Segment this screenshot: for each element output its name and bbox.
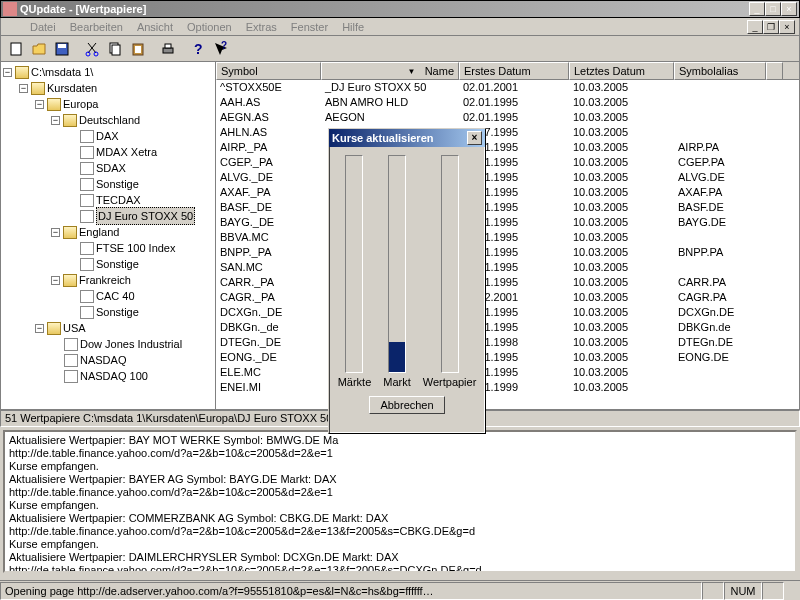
table-row[interactable]: BASF._DE02.01.199510.03.2005BASF.DE: [216, 200, 799, 215]
dialog-close-button[interactable]: ×: [467, 131, 482, 145]
cancel-button[interactable]: Abbrechen: [369, 396, 444, 414]
table-row[interactable]: AAH.ASABN AMRO HLD02.01.199510.03.2005: [216, 95, 799, 110]
status-pane-1: [702, 582, 724, 600]
expand-icon[interactable]: −: [51, 228, 60, 237]
menu-fenster[interactable]: Fenster: [284, 20, 335, 34]
expand-icon[interactable]: −: [51, 116, 60, 125]
dialog-titlebar[interactable]: Kurse aktualisieren ×: [329, 129, 485, 147]
tree-node[interactable]: TECDAX: [3, 192, 213, 208]
close-button[interactable]: ×: [781, 2, 797, 16]
column-header[interactable]: Erstes Datum: [459, 62, 569, 80]
maximize-button[interactable]: □: [765, 2, 781, 16]
expand-icon[interactable]: −: [19, 84, 28, 93]
grid-panel[interactable]: Symbol▼ NameErstes DatumLetztes DatumSym…: [216, 62, 799, 409]
menu-hilfe[interactable]: Hilfe: [335, 20, 371, 34]
tree-label: NASDAQ 100: [80, 368, 148, 384]
table-row[interactable]: AIRP._PA03.01.199510.03.2005AIRP.PA: [216, 140, 799, 155]
table-row[interactable]: CAGR._PA04.12.200110.03.2005CAGR.PA: [216, 290, 799, 305]
tree-node[interactable]: −Kursdaten: [3, 80, 213, 96]
expand-icon[interactable]: −: [35, 100, 44, 109]
table-cell: AXAF.PA: [674, 185, 766, 200]
table-cell: AAH.AS: [216, 95, 321, 110]
tree-node[interactable]: −USA: [3, 320, 213, 336]
table-row[interactable]: ^STOXX50E_DJ Euro STOXX 5002.01.200110.0…: [216, 80, 799, 95]
menu-extras[interactable]: Extras: [239, 20, 284, 34]
help-button[interactable]: ?: [187, 38, 209, 60]
mdi-restore-button[interactable]: ❐: [763, 20, 779, 34]
tree-node[interactable]: −Deutschland: [3, 112, 213, 128]
tree-node[interactable]: Sonstige: [3, 304, 213, 320]
tree-node[interactable]: SDAX: [3, 160, 213, 176]
document-icon: [80, 258, 94, 271]
progress-label: Markt: [383, 376, 411, 388]
tree-node[interactable]: −C:\msdata 1\: [3, 64, 213, 80]
table-row[interactable]: SAN.MC02.01.199510.03.2005: [216, 260, 799, 275]
table-cell: ENEI.MI: [216, 380, 321, 395]
tree-label: Sonstige: [96, 256, 139, 272]
print-button[interactable]: [157, 38, 179, 60]
tree-node[interactable]: NASDAQ 100: [3, 368, 213, 384]
menu-bearbeiten[interactable]: Bearbeiten: [63, 20, 130, 34]
menubar: DateiBearbeitenAnsichtOptionenExtrasFens…: [0, 18, 800, 36]
document-icon: [64, 338, 78, 351]
table-row[interactable]: CARR._PA03.01.199510.03.2005CARR.PA: [216, 275, 799, 290]
table-row[interactable]: ALVG._DE02.01.199510.03.2005ALVG.DE: [216, 170, 799, 185]
table-row[interactable]: CGEP._PA03.01.199510.03.2005CGEP.PA: [216, 155, 799, 170]
table-row[interactable]: DBKGn._de02.01.199510.03.2005DBKGn.de: [216, 320, 799, 335]
column-header[interactable]: ▼ Name: [321, 62, 459, 80]
log-line: Aktualisiere Wertpapier: COMMERZBANK AG …: [9, 512, 791, 525]
table-row[interactable]: DTEGn._DE02.01.199810.03.2005DTEGn.DE: [216, 335, 799, 350]
mdi-minimize-button[interactable]: _: [747, 20, 763, 34]
tree-node[interactable]: DJ Euro STOXX 50: [3, 208, 213, 224]
tree-node[interactable]: MDAX Xetra: [3, 144, 213, 160]
cut-button[interactable]: [81, 38, 103, 60]
progress-track: [388, 155, 406, 373]
column-header[interactable]: Symbolalias: [674, 62, 766, 80]
table-row[interactable]: AXAF._PA03.01.199510.03.2005AXAF.PA: [216, 185, 799, 200]
menu-optionen[interactable]: Optionen: [180, 20, 239, 34]
tree-node[interactable]: Dow Jones Industrial: [3, 336, 213, 352]
table-cell: 10.03.2005: [569, 275, 674, 290]
expand-icon[interactable]: −: [35, 324, 44, 333]
save-button[interactable]: [51, 38, 73, 60]
tree-panel[interactable]: −C:\msdata 1\−Kursdaten−Europa−Deutschla…: [1, 62, 216, 409]
table-row[interactable]: BBVA.MC02.01.199510.03.2005: [216, 230, 799, 245]
tree-node[interactable]: −Frankreich: [3, 272, 213, 288]
table-row[interactable]: AEGN.ASAEGON02.01.199510.03.2005: [216, 110, 799, 125]
table-row[interactable]: ENEI.MI12.11.199910.03.2005: [216, 380, 799, 395]
tree-node[interactable]: FTSE 100 Index: [3, 240, 213, 256]
tree-node[interactable]: −Europa: [3, 96, 213, 112]
new-button[interactable]: [5, 38, 27, 60]
expand-icon[interactable]: −: [3, 68, 12, 77]
mdi-close-button[interactable]: ×: [779, 20, 795, 34]
table-row[interactable]: BNPP._PA03.01.199510.03.2005BNPP.PA: [216, 245, 799, 260]
titlebar: QUpdate - [Wertpapiere] _ □ ×: [0, 0, 800, 18]
table-row[interactable]: DCXGn._DE02.01.199510.03.2005DCXGn.DE: [216, 305, 799, 320]
table-row[interactable]: EONG._DE02.01.199510.03.2005EONG.DE: [216, 350, 799, 365]
table-cell: BASF.DE: [674, 200, 766, 215]
table-row[interactable]: AHLN.AS30.07.199510.03.2005: [216, 125, 799, 140]
tree-node[interactable]: Sonstige: [3, 256, 213, 272]
whatsthis-button[interactable]: ?: [210, 38, 232, 60]
column-header[interactable]: Letztes Datum: [569, 62, 674, 80]
open-button[interactable]: [28, 38, 50, 60]
table-cell: 10.03.2005: [569, 365, 674, 380]
tree-node[interactable]: Sonstige: [3, 176, 213, 192]
table-cell: BAYG._DE: [216, 215, 321, 230]
tree-node[interactable]: CAC 40: [3, 288, 213, 304]
expand-icon[interactable]: −: [51, 276, 60, 285]
menu-datei[interactable]: Datei: [23, 20, 63, 34]
menu-ansicht[interactable]: Ansicht: [130, 20, 180, 34]
minimize-button[interactable]: _: [749, 2, 765, 16]
table-cell: AIRP._PA: [216, 140, 321, 155]
log-panel[interactable]: Aktualisiere Wertpapier: BAY MOT WERKE S…: [3, 430, 797, 573]
table-row[interactable]: BAYG._DE02.01.199510.03.2005BAYG.DE: [216, 215, 799, 230]
column-header[interactable]: Symbol: [216, 62, 321, 80]
paste-button[interactable]: [127, 38, 149, 60]
table-cell: 10.03.2005: [569, 110, 674, 125]
copy-button[interactable]: [104, 38, 126, 60]
tree-node[interactable]: DAX: [3, 128, 213, 144]
tree-node[interactable]: NASDAQ: [3, 352, 213, 368]
table-row[interactable]: ELE.MC02.01.199510.03.2005: [216, 365, 799, 380]
tree-node[interactable]: −England: [3, 224, 213, 240]
